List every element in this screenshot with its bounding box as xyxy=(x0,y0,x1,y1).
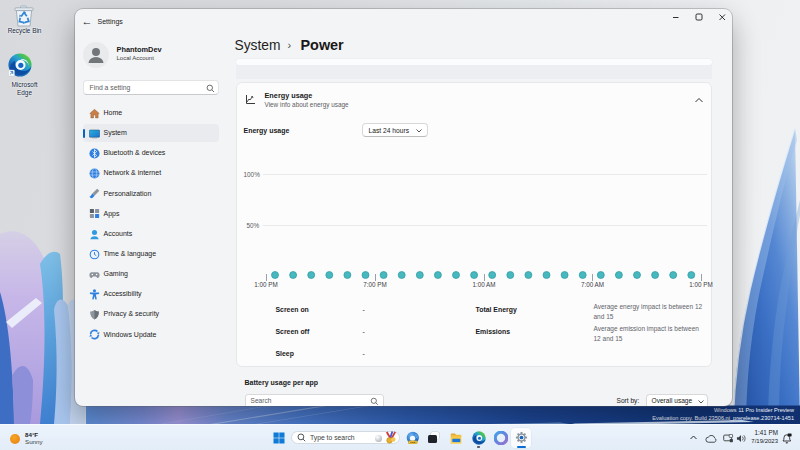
svg-text:PRE: PRE xyxy=(410,441,415,444)
